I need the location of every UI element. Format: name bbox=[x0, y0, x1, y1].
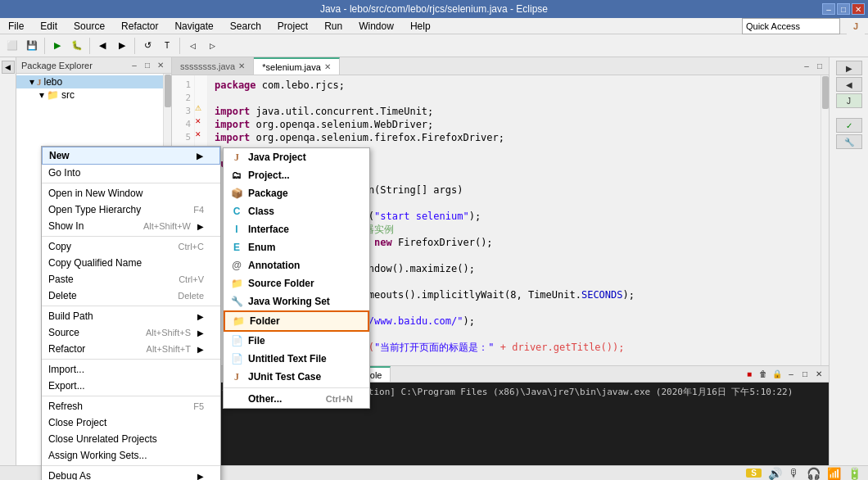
right-btn-4[interactable]: ✓ bbox=[836, 118, 862, 133]
right-btn-2[interactable]: ◀ bbox=[836, 77, 862, 92]
title-bar: Java - lebo/src/com/lebo/rjcs/selenium.j… bbox=[0, 0, 868, 18]
maximize-button[interactable]: □ bbox=[837, 3, 850, 15]
context-menu-import[interactable]: Import... bbox=[42, 361, 220, 378]
menu-refactor[interactable]: Refactor bbox=[116, 18, 163, 34]
editor-scroll-thumb[interactable] bbox=[822, 76, 829, 109]
context-menu-paste[interactable]: Paste Ctrl+V bbox=[42, 271, 220, 288]
menu-edit[interactable]: Edit bbox=[35, 18, 62, 34]
right-btn-1[interactable]: ▶ bbox=[836, 61, 862, 75]
type-hierarchy-shortcut: F4 bbox=[193, 205, 204, 215]
submenu-enum[interactable]: E Enum bbox=[224, 238, 369, 256]
toolbar-save-btn[interactable]: 💾 bbox=[23, 37, 41, 55]
submenu-junit[interactable]: J JUnit Test Case bbox=[224, 368, 369, 386]
menu-window[interactable]: Window bbox=[354, 18, 399, 34]
sub-menu-sep bbox=[224, 387, 369, 388]
toolbar-java-perspective[interactable]: J bbox=[847, 17, 865, 35]
submenu-folder-label: Folder bbox=[250, 315, 280, 327]
toolbar-new-btn[interactable]: ⬜ bbox=[3, 37, 21, 55]
menu-run[interactable]: Run bbox=[319, 18, 347, 34]
toolbar-run-btn[interactable]: ▶ bbox=[48, 37, 66, 55]
context-menu: New ▶ J Java Project 🗂 Project... bbox=[41, 146, 221, 480]
copy-shortcut: Ctrl+C bbox=[179, 242, 204, 251]
menu-help[interactable]: Help bbox=[405, 18, 436, 34]
context-new-arrow: ▶ bbox=[197, 152, 203, 161]
editor-scrollbar-v[interactable] bbox=[821, 75, 829, 365]
ctx-sep-4 bbox=[42, 359, 220, 360]
submenu-source-folder[interactable]: 📁 Source Folder bbox=[224, 274, 369, 292]
right-btn-3[interactable]: J bbox=[836, 93, 862, 108]
tab-selenium-close[interactable]: ✕ bbox=[324, 62, 331, 71]
show-in-label: Show In bbox=[48, 220, 84, 232]
tab-ssssssss-close[interactable]: ✕ bbox=[238, 61, 245, 70]
toolbar-open-type-btn[interactable]: T bbox=[158, 37, 176, 55]
menu-source[interactable]: Source bbox=[69, 18, 110, 34]
menu-search[interactable]: Search bbox=[225, 18, 266, 34]
submenu-java-working-set[interactable]: 🔧 Java Working Set bbox=[224, 292, 369, 310]
context-menu-source[interactable]: Source Alt+Shift+S▶ bbox=[42, 324, 220, 341]
submenu-file[interactable]: 📄 File bbox=[224, 332, 369, 350]
toolbar-back-btn[interactable]: ◀ bbox=[93, 37, 111, 55]
submenu-class[interactable]: C Class bbox=[224, 202, 369, 220]
console-max-btn[interactable]: □ bbox=[798, 369, 811, 380]
context-menu-export[interactable]: Export... bbox=[42, 378, 220, 394]
context-menu-close-unrelated[interactable]: Close Unrelated Projects bbox=[42, 431, 220, 447]
submenu-other-shortcut: Ctrl+N bbox=[326, 394, 353, 404]
open-window-label: Open in New Window bbox=[48, 188, 142, 199]
context-menu-build-path[interactable]: Build Path ▶ bbox=[42, 308, 220, 324]
context-menu-delete[interactable]: Delete Delete bbox=[42, 288, 220, 304]
editor-min-icon[interactable]: – bbox=[801, 61, 812, 72]
submenu-java-project[interactable]: J Java Project bbox=[224, 148, 369, 166]
sub-context-menu: J Java Project 🗂 Project... 📦 Package bbox=[223, 147, 370, 409]
context-menu-open-window[interactable]: Open in New Window bbox=[42, 185, 220, 202]
menu-project[interactable]: Project bbox=[273, 18, 313, 34]
context-menu-refactor[interactable]: Refactor Alt+Shift+T▶ bbox=[42, 341, 220, 357]
submenu-folder[interactable]: 📁 Folder bbox=[224, 310, 369, 332]
submenu-other[interactable]: Other... Ctrl+N bbox=[224, 390, 369, 408]
submenu-package[interactable]: 📦 Package bbox=[224, 184, 369, 202]
untitled-icon: 📄 bbox=[230, 352, 243, 365]
submenu-annotation[interactable]: @ Annotation bbox=[224, 256, 369, 274]
context-menu-close-project[interactable]: Close Project bbox=[42, 414, 220, 431]
toolbar-refresh-btn[interactable]: ↺ bbox=[138, 37, 156, 55]
context-menu-debug-as[interactable]: Debug As ▶ bbox=[42, 468, 220, 480]
context-menu-go-into[interactable]: Go Into bbox=[42, 165, 220, 181]
tab-selenium[interactable]: *selenium.java ✕ bbox=[254, 57, 340, 75]
context-menu-show-in[interactable]: Show In Alt+Shift+W▶ bbox=[42, 218, 220, 234]
console-close-btn[interactable]: ✕ bbox=[812, 369, 825, 380]
minimize-button[interactable]: – bbox=[822, 3, 835, 15]
close-button[interactable]: ✕ bbox=[852, 3, 865, 15]
menu-bar: File Edit Source Refactor Navigate Searc… bbox=[0, 18, 868, 34]
toolbar-fwd-btn[interactable]: ▶ bbox=[113, 37, 131, 55]
editor-max-icon[interactable]: □ bbox=[814, 61, 825, 72]
quick-access-input[interactable] bbox=[742, 18, 840, 34]
right-btn-5[interactable]: 🔧 bbox=[836, 134, 862, 149]
file-icon: 📄 bbox=[230, 334, 243, 347]
context-menu-assign-working[interactable]: Assign Working Sets... bbox=[42, 447, 220, 464]
tab-ssssssss-label: ssssssss.java bbox=[180, 61, 235, 71]
submenu-interface[interactable]: I Interface bbox=[224, 220, 369, 238]
toolbar-debug-btn[interactable]: 🐛 bbox=[68, 37, 86, 55]
context-menu-copy-qualified[interactable]: Copy Qualified Name bbox=[42, 255, 220, 271]
toolbar-next-edit-btn[interactable]: ▷ bbox=[203, 37, 221, 55]
status-icon-network: 📶 bbox=[827, 467, 841, 480]
menu-navigate[interactable]: Navigate bbox=[170, 18, 218, 34]
context-menu-type-hierarchy[interactable]: Open Type Hierarchy F4 bbox=[42, 202, 220, 218]
source-folder-icon: 📁 bbox=[230, 277, 243, 290]
console-scroll-lock-btn[interactable]: 🔒 bbox=[771, 369, 784, 380]
sidebar-toggle-btn[interactable]: ◀ bbox=[2, 61, 15, 74]
close-project-label: Close Project bbox=[48, 417, 106, 428]
source-arrow: ▶ bbox=[197, 328, 204, 337]
tab-ssssssss[interactable]: ssssssss.java ✕ bbox=[172, 57, 254, 75]
context-menu-copy[interactable]: Copy Ctrl+C bbox=[42, 238, 220, 255]
context-menu-new[interactable]: New ▶ J Java Project 🗂 Project... bbox=[42, 147, 220, 165]
submenu-untitled-text[interactable]: 📄 Untitled Text File bbox=[224, 350, 369, 368]
submenu-project[interactable]: 🗂 Project... bbox=[224, 166, 369, 184]
console-stop-btn[interactable]: ■ bbox=[743, 369, 756, 380]
console-min-btn[interactable]: – bbox=[784, 369, 798, 380]
toolbar-prev-edit-btn[interactable]: ◁ bbox=[183, 37, 201, 55]
console-clear-btn[interactable]: 🗑 bbox=[757, 369, 770, 380]
warn-marker: ⚠ bbox=[195, 104, 201, 112]
menu-file[interactable]: File bbox=[3, 18, 29, 34]
context-menu-refresh[interactable]: Refresh F5 bbox=[42, 398, 220, 414]
debug-as-arrow: ▶ bbox=[197, 472, 204, 481]
